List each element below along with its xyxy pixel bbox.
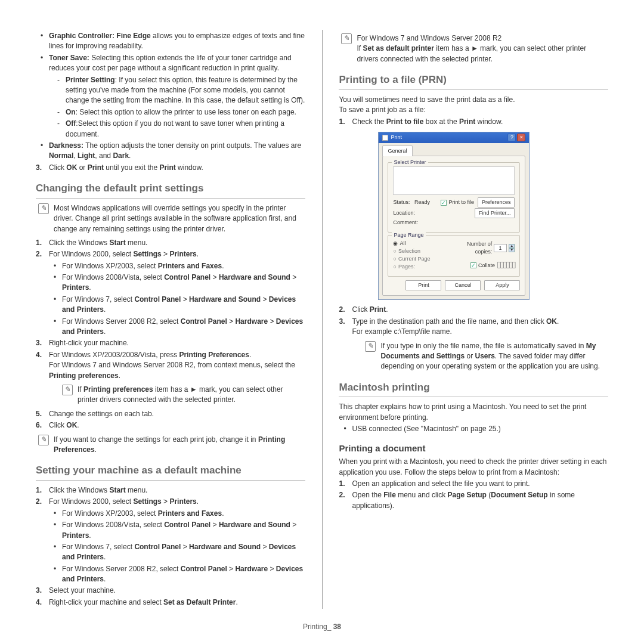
cancel-button[interactable]: Cancel: [445, 280, 481, 290]
feature-item: Graphic Controller: Fine Edge allows you…: [49, 31, 305, 52]
collate-checkbox[interactable]: ✓Collate: [470, 262, 495, 270]
note-text: If you want to change the settings for e…: [54, 435, 305, 456]
mac-bullets: USB connected (See "Macintosh" on page 2…: [339, 424, 608, 434]
step-item: Right-click your machine.: [36, 338, 305, 348]
radio-selection[interactable]: ○ Selection: [393, 247, 420, 255]
footer-page: 38: [333, 623, 341, 631]
prn-steps: Check the Print to file box at the Print…: [339, 117, 608, 372]
collate-icon: ▯▯▯ ▯▯▯: [497, 259, 515, 269]
heading-print-doc: Printing a document: [339, 442, 608, 455]
sub-bullets: For Windows XP/2003, select Printers and…: [49, 261, 305, 338]
radio-all[interactable]: ◉ All: [393, 240, 405, 247]
page-footer: Printing_ 38: [0, 622, 644, 632]
step-item: Type in the destination path and the fil…: [339, 317, 608, 372]
preferences-button[interactable]: Preferences: [478, 197, 515, 208]
heading-setting-default: Setting your machine as a default machin…: [36, 463, 305, 481]
step-item: For Windows XP/2003/2008/Vista, press Pr…: [36, 350, 305, 405]
footer-section: Printing_: [303, 623, 331, 631]
feature-list: Graphic Controller: Fine Edge allows you…: [36, 31, 305, 162]
note-block: ✎ If you type in only the file name, the…: [365, 341, 608, 372]
radio-current[interactable]: ○ Current Page: [393, 255, 430, 263]
step-item: Select your machine.: [36, 586, 305, 596]
list-item: USB connected (See "Macintosh" on page 2…: [352, 424, 608, 434]
status-label: Status:: [393, 199, 410, 205]
note-block: ✎ If you want to change the settings for…: [38, 435, 305, 456]
step-item: Click the Windows Start menu.: [36, 238, 305, 248]
help-icon[interactable]: ?: [507, 134, 516, 141]
print-button[interactable]: Print: [405, 280, 441, 290]
right-column: ✎ For Windows 7 and Windows Server 2008 …: [339, 30, 608, 609]
status-value: Ready: [414, 199, 430, 205]
list-item: Printer Setting: If you select this opti…: [66, 75, 305, 106]
close-icon[interactable]: ×: [517, 134, 525, 141]
step-list: Click OK or Print until you exit the Pri…: [36, 163, 305, 173]
list-item: Off:Select this option if you do not wan…: [66, 119, 305, 140]
list-item: For Windows 2008/Vista, select Control P…: [62, 273, 305, 293]
step-item: Click Print.: [339, 305, 608, 315]
copies-label: Number of copies:: [453, 240, 492, 256]
copies-spinner[interactable]: ▲▼: [509, 244, 515, 252]
list-item: For Windows 7, select Control Panel > Ha…: [62, 295, 305, 315]
dialog-body: General Select Printer Status: Ready ✓Pr…: [379, 143, 529, 299]
heading-mac: Macintosh printing: [339, 380, 608, 398]
note-block: ✎ If Printing preferences item has a ► m…: [62, 385, 305, 405]
tab-general[interactable]: General: [382, 145, 412, 156]
note-icon: ✎: [341, 33, 352, 44]
group-select-printer: Select Printer Status: Ready ✓Print to f…: [388, 162, 520, 233]
find-printer-button[interactable]: Find Printer...: [475, 208, 515, 218]
dialog-title: Print: [391, 134, 402, 141]
paragraph: When you print with a Macintosh, you nee…: [339, 457, 608, 478]
list-item: For Windows XP/2003, select Printers and…: [62, 261, 305, 271]
page-columns: Graphic Controller: Fine Edge allows you…: [36, 30, 608, 609]
print-to-file-checkbox[interactable]: ✓Print to file: [441, 197, 474, 208]
heading-prn: Printing to a file (PRN): [339, 73, 608, 90]
note-text: For Windows 7 and Windows Server 2008 R2…: [357, 33, 608, 64]
step-item: Right-click your machine and select Set …: [36, 597, 305, 608]
group-page-range: Page Range ◉ All ○ Selection ○ Current P…: [388, 235, 520, 277]
radio-pages[interactable]: ○ Pages:: [393, 263, 414, 271]
printer-list[interactable]: [393, 166, 515, 195]
note-block: ✎ Most Windows applications will overrid…: [38, 203, 305, 234]
list-item: For Windows 7, select Control Panel > Ha…: [62, 542, 305, 563]
apply-button[interactable]: Apply: [484, 280, 520, 290]
setting-steps: Click the Windows Start menu. For Window…: [36, 485, 305, 608]
step-item: For Windows 2000, select Settings > Prin…: [36, 497, 305, 584]
group-title: Select Printer: [392, 159, 428, 166]
step-item: Open an application and select the file …: [339, 479, 608, 489]
print-dialog: Print ? × General Select Printer: [378, 132, 530, 300]
heading-changing-defaults: Changing the default print settings: [36, 181, 305, 199]
note-icon: ✎: [38, 435, 49, 445]
paragraph: This chapter explains how to print using…: [339, 402, 608, 423]
list-item: For Windows XP/2003, select Printers and…: [62, 509, 305, 519]
group-title: Page Range: [392, 231, 425, 239]
note-text: If you type in only the file name, the f…: [380, 341, 608, 372]
step-item: Change the settings on each tab.: [36, 409, 305, 419]
step-item: For Windows 2000, select Settings > Prin…: [36, 249, 305, 337]
copies-input[interactable]: 1: [494, 244, 507, 252]
note-text: Most Windows applications will override …: [54, 203, 305, 234]
note-text: If Printing preferences item has a ► mar…: [78, 385, 305, 405]
list-item: For Windows Server 2008 R2, select Contr…: [62, 564, 305, 585]
paragraph: To save a print job as a file:: [339, 105, 608, 115]
dialog-titlebar: Print ? ×: [379, 132, 529, 143]
step-item: Check the Print to file box at the Print…: [339, 117, 608, 301]
step-item: Click the Windows Start menu.: [36, 485, 305, 496]
list-item: For Windows 2008/Vista, select Control P…: [62, 520, 305, 541]
paragraph: You will sometimes need to save the prin…: [339, 95, 608, 105]
dialog-frame: Select Printer Status: Ready ✓Print to f…: [382, 156, 525, 296]
sub-bullets: For Windows XP/2003, select Printers and…: [49, 509, 305, 585]
note-icon: ✎: [365, 341, 376, 352]
location-label: Location:: [393, 209, 415, 217]
list-item: For Windows Server 2008 R2, select Contr…: [62, 317, 305, 338]
toner-sublist: Printer Setting: If you select this opti…: [49, 75, 305, 140]
step-item: Open the File menu and click Page Setup …: [339, 490, 608, 511]
step-item: Click OK or Print until you exit the Pri…: [36, 163, 305, 173]
comment-label: Comment:: [393, 219, 418, 227]
note-icon: ✎: [38, 203, 49, 214]
list-item: On: Select this option to allow the prin…: [66, 107, 305, 117]
feature-item: Darkness: The option adjusts the toner d…: [49, 141, 305, 162]
note-block: ✎ For Windows 7 and Windows Server 2008 …: [341, 33, 608, 64]
left-column: Graphic Controller: Fine Edge allows you…: [36, 30, 305, 609]
step-item: Click OK.: [36, 420, 305, 431]
note-icon: ✎: [62, 385, 73, 395]
